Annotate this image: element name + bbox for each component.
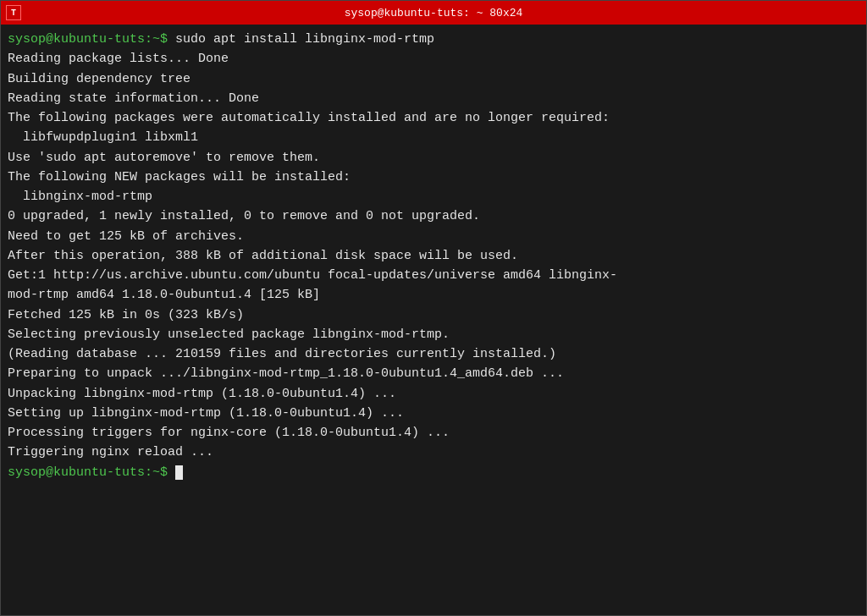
terminal-line: Processing triggers for nginx-core (1.18… [8, 423, 859, 443]
title-bar: T sysop@kubuntu-tuts: ~ 80x24 [1, 1, 866, 25]
title-bar-title: sysop@kubuntu-tuts: ~ 80x24 [345, 7, 523, 19]
terminal-line: 0 upgraded, 1 newly installed, 0 to remo… [8, 206, 859, 226]
terminal-line: mod-rtmp amd64 1.18.0-0ubuntu1.4 [125 kB… [8, 285, 859, 305]
terminal-line: The following NEW packages will be insta… [8, 168, 859, 187]
cursor [175, 465, 183, 480]
terminal-line: Get:1 http://us.archive.ubuntu.com/ubunt… [8, 266, 859, 285]
terminal-line: The following packages were automaticall… [8, 108, 859, 128]
terminal-icon: T [6, 5, 21, 20]
command: sudo apt install libnginx-mod-rtmp [175, 32, 434, 47]
terminal-line: (Reading database ... 210159 files and d… [8, 344, 859, 364]
prompt: sysop@kubuntu-tuts:~$ [8, 465, 175, 480]
terminal-line: Selecting previously unselected package … [8, 325, 859, 344]
terminal-line: Fetched 125 kB in 0s (323 kB/s) [8, 305, 859, 325]
terminal-window: T sysop@kubuntu-tuts: ~ 80x24 sysop@kubu… [0, 0, 867, 616]
terminal-line: sysop@kubuntu-tuts:~$ sudo apt install l… [8, 30, 859, 49]
terminal-line: libnginx-mod-rtmp [8, 187, 859, 206]
terminal-line: libfwupdplugin1 libxml1 [8, 128, 859, 147]
terminal-line: Reading package lists... Done [8, 49, 859, 69]
terminal-line: Use 'sudo apt autoremove' to remove them… [8, 148, 859, 168]
prompt: sysop@kubuntu-tuts:~$ [8, 32, 175, 47]
terminal-line: Setting up libnginx-mod-rtmp (1.18.0-0ub… [8, 404, 859, 423]
terminal-line: Triggering nginx reload ... [8, 443, 859, 462]
terminal-line: Preparing to unpack .../libnginx-mod-rtm… [8, 364, 859, 383]
terminal-line: After this operation, 388 kB of addition… [8, 246, 859, 266]
terminal-line: Building dependency tree [8, 69, 859, 89]
terminal-line: Need to get 125 kB of archives. [8, 227, 859, 246]
terminal-line: sysop@kubuntu-tuts:~$ [8, 463, 859, 482]
terminal-line: Reading state information... Done [8, 89, 859, 108]
terminal-line: Unpacking libnginx-mod-rtmp (1.18.0-0ubu… [8, 384, 859, 404]
terminal-body[interactable]: sysop@kubuntu-tuts:~$ sudo apt install l… [1, 25, 866, 615]
